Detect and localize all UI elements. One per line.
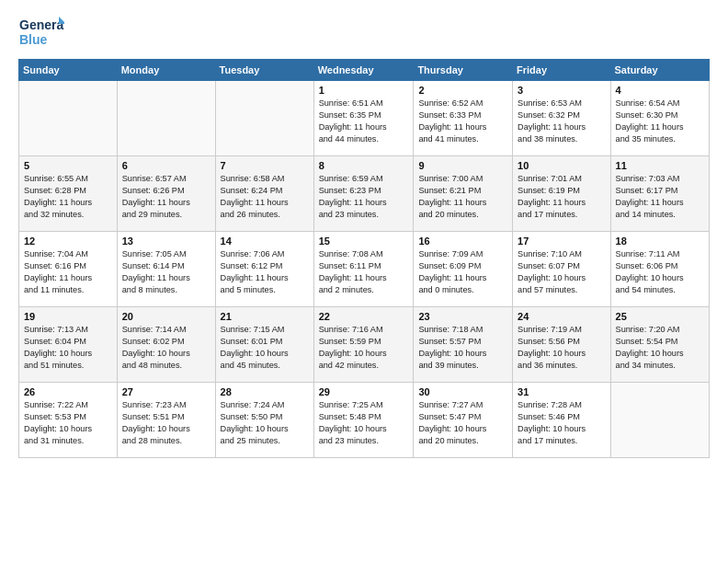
day-number: 6 <box>122 160 210 171</box>
day-info: Sunrise: 6:59 AM Sunset: 6:23 PM Dayligh… <box>319 173 409 221</box>
calendar-cell: 1Sunrise: 6:51 AM Sunset: 6:35 PM Daylig… <box>313 81 414 156</box>
day-number: 21 <box>221 311 309 322</box>
day-number: 23 <box>418 311 507 322</box>
day-number: 16 <box>418 236 507 247</box>
calendar-cell: 22Sunrise: 7:16 AM Sunset: 5:59 PM Dayli… <box>313 307 414 383</box>
day-info: Sunrise: 7:04 AM Sunset: 6:16 PM Dayligh… <box>24 248 112 296</box>
day-info: Sunrise: 7:19 AM Sunset: 5:56 PM Dayligh… <box>518 324 605 372</box>
calendar-cell: 29Sunrise: 7:25 AM Sunset: 5:48 PM Dayli… <box>313 383 414 458</box>
day-number: 10 <box>518 160 605 171</box>
day-info: Sunrise: 7:08 AM Sunset: 6:11 PM Dayligh… <box>319 248 409 296</box>
weekday-monday: Monday <box>117 60 215 81</box>
week-row-3: 12Sunrise: 7:04 AM Sunset: 6:16 PM Dayli… <box>19 232 710 307</box>
svg-text:General: General <box>19 17 64 32</box>
day-info: Sunrise: 7:13 AM Sunset: 6:04 PM Dayligh… <box>24 324 112 372</box>
weekday-saturday: Saturday <box>610 60 709 81</box>
calendar-cell: 31Sunrise: 7:28 AM Sunset: 5:46 PM Dayli… <box>513 383 610 458</box>
header: General Blue <box>18 15 710 50</box>
day-number: 26 <box>24 386 112 397</box>
day-info: Sunrise: 7:01 AM Sunset: 6:19 PM Dayligh… <box>518 173 605 221</box>
day-info: Sunrise: 7:03 AM Sunset: 6:17 PM Dayligh… <box>616 173 704 221</box>
calendar-cell: 21Sunrise: 7:15 AM Sunset: 6:01 PM Dayli… <box>215 307 313 383</box>
day-info: Sunrise: 6:57 AM Sunset: 6:26 PM Dayligh… <box>122 173 210 221</box>
day-number: 29 <box>319 386 409 397</box>
calendar-cell: 11Sunrise: 7:03 AM Sunset: 6:17 PM Dayli… <box>610 156 709 232</box>
calendar-cell: 24Sunrise: 7:19 AM Sunset: 5:56 PM Dayli… <box>513 307 610 383</box>
calendar-cell: 3Sunrise: 6:53 AM Sunset: 6:32 PM Daylig… <box>513 81 610 156</box>
calendar-cell: 2Sunrise: 6:52 AM Sunset: 6:33 PM Daylig… <box>414 81 513 156</box>
day-number: 22 <box>319 311 409 322</box>
calendar-cell: 10Sunrise: 7:01 AM Sunset: 6:19 PM Dayli… <box>513 156 610 232</box>
day-number: 30 <box>418 386 507 397</box>
day-number: 5 <box>24 160 112 171</box>
calendar-cell: 23Sunrise: 7:18 AM Sunset: 5:57 PM Dayli… <box>414 307 513 383</box>
calendar-cell: 5Sunrise: 6:55 AM Sunset: 6:28 PM Daylig… <box>19 156 118 232</box>
day-info: Sunrise: 6:51 AM Sunset: 6:35 PM Dayligh… <box>319 98 409 145</box>
calendar-cell: 26Sunrise: 7:22 AM Sunset: 5:53 PM Dayli… <box>19 383 118 458</box>
day-number: 1 <box>319 85 409 96</box>
calendar-cell: 4Sunrise: 6:54 AM Sunset: 6:30 PM Daylig… <box>610 81 709 156</box>
day-info: Sunrise: 7:00 AM Sunset: 6:21 PM Dayligh… <box>418 173 507 221</box>
calendar-cell: 7Sunrise: 6:58 AM Sunset: 6:24 PM Daylig… <box>215 156 313 232</box>
day-number: 2 <box>418 85 507 96</box>
day-number: 8 <box>319 160 409 171</box>
day-info: Sunrise: 7:20 AM Sunset: 5:54 PM Dayligh… <box>616 324 704 372</box>
day-number: 31 <box>518 386 605 397</box>
week-row-4: 19Sunrise: 7:13 AM Sunset: 6:04 PM Dayli… <box>19 307 710 383</box>
day-number: 19 <box>24 311 112 322</box>
calendar-cell: 8Sunrise: 6:59 AM Sunset: 6:23 PM Daylig… <box>313 156 414 232</box>
calendar-cell: 13Sunrise: 7:05 AM Sunset: 6:14 PM Dayli… <box>117 232 215 307</box>
weekday-sunday: Sunday <box>19 60 118 81</box>
calendar-cell: 20Sunrise: 7:14 AM Sunset: 6:02 PM Dayli… <box>117 307 215 383</box>
svg-text:Blue: Blue <box>19 32 48 47</box>
day-number: 4 <box>616 85 704 96</box>
day-number: 15 <box>319 236 409 247</box>
week-row-1: 1Sunrise: 6:51 AM Sunset: 6:35 PM Daylig… <box>19 81 710 156</box>
week-row-2: 5Sunrise: 6:55 AM Sunset: 6:28 PM Daylig… <box>19 156 710 232</box>
day-info: Sunrise: 7:06 AM Sunset: 6:12 PM Dayligh… <box>221 248 309 296</box>
day-info: Sunrise: 7:25 AM Sunset: 5:48 PM Dayligh… <box>319 399 409 447</box>
day-info: Sunrise: 7:28 AM Sunset: 5:46 PM Dayligh… <box>518 399 605 447</box>
day-info: Sunrise: 7:05 AM Sunset: 6:14 PM Dayligh… <box>122 248 210 296</box>
calendar-cell: 9Sunrise: 7:00 AM Sunset: 6:21 PM Daylig… <box>414 156 513 232</box>
calendar-cell <box>19 81 118 156</box>
day-info: Sunrise: 7:15 AM Sunset: 6:01 PM Dayligh… <box>221 324 309 372</box>
day-info: Sunrise: 7:11 AM Sunset: 6:06 PM Dayligh… <box>616 248 704 296</box>
day-number: 27 <box>122 386 210 397</box>
day-info: Sunrise: 7:23 AM Sunset: 5:51 PM Dayligh… <box>122 399 210 447</box>
day-info: Sunrise: 6:53 AM Sunset: 6:32 PM Dayligh… <box>518 98 605 145</box>
weekday-wednesday: Wednesday <box>313 60 414 81</box>
weekday-header-row: SundayMondayTuesdayWednesdayThursdayFrid… <box>19 60 710 81</box>
weekday-tuesday: Tuesday <box>215 60 313 81</box>
calendar-cell: 27Sunrise: 7:23 AM Sunset: 5:51 PM Dayli… <box>117 383 215 458</box>
day-info: Sunrise: 6:58 AM Sunset: 6:24 PM Dayligh… <box>221 173 309 221</box>
day-number: 28 <box>221 386 309 397</box>
calendar-cell: 25Sunrise: 7:20 AM Sunset: 5:54 PM Dayli… <box>610 307 709 383</box>
day-info: Sunrise: 6:52 AM Sunset: 6:33 PM Dayligh… <box>418 98 507 145</box>
calendar-cell: 30Sunrise: 7:27 AM Sunset: 5:47 PM Dayli… <box>414 383 513 458</box>
day-number: 17 <box>518 236 605 247</box>
day-number: 24 <box>518 311 605 322</box>
day-info: Sunrise: 7:27 AM Sunset: 5:47 PM Dayligh… <box>418 399 507 447</box>
calendar-cell <box>117 81 215 156</box>
calendar-cell: 16Sunrise: 7:09 AM Sunset: 6:09 PM Dayli… <box>414 232 513 307</box>
logo: General Blue <box>18 15 64 50</box>
weekday-friday: Friday <box>513 60 610 81</box>
day-number: 13 <box>122 236 210 247</box>
day-number: 18 <box>616 236 704 247</box>
logo-svg: General Blue <box>18 15 64 50</box>
day-info: Sunrise: 7:16 AM Sunset: 5:59 PM Dayligh… <box>319 324 409 372</box>
calendar-cell: 14Sunrise: 7:06 AM Sunset: 6:12 PM Dayli… <box>215 232 313 307</box>
day-info: Sunrise: 7:24 AM Sunset: 5:50 PM Dayligh… <box>221 399 309 447</box>
day-number: 9 <box>418 160 507 171</box>
day-info: Sunrise: 7:09 AM Sunset: 6:09 PM Dayligh… <box>418 248 507 296</box>
calendar-cell: 19Sunrise: 7:13 AM Sunset: 6:04 PM Dayli… <box>19 307 118 383</box>
calendar-cell: 17Sunrise: 7:10 AM Sunset: 6:07 PM Dayli… <box>513 232 610 307</box>
calendar-cell: 28Sunrise: 7:24 AM Sunset: 5:50 PM Dayli… <box>215 383 313 458</box>
calendar-cell <box>610 383 709 458</box>
day-info: Sunrise: 6:55 AM Sunset: 6:28 PM Dayligh… <box>24 173 112 221</box>
day-number: 20 <box>122 311 210 322</box>
day-info: Sunrise: 7:14 AM Sunset: 6:02 PM Dayligh… <box>122 324 210 372</box>
day-info: Sunrise: 7:22 AM Sunset: 5:53 PM Dayligh… <box>24 399 112 447</box>
calendar-cell: 15Sunrise: 7:08 AM Sunset: 6:11 PM Dayli… <box>313 232 414 307</box>
